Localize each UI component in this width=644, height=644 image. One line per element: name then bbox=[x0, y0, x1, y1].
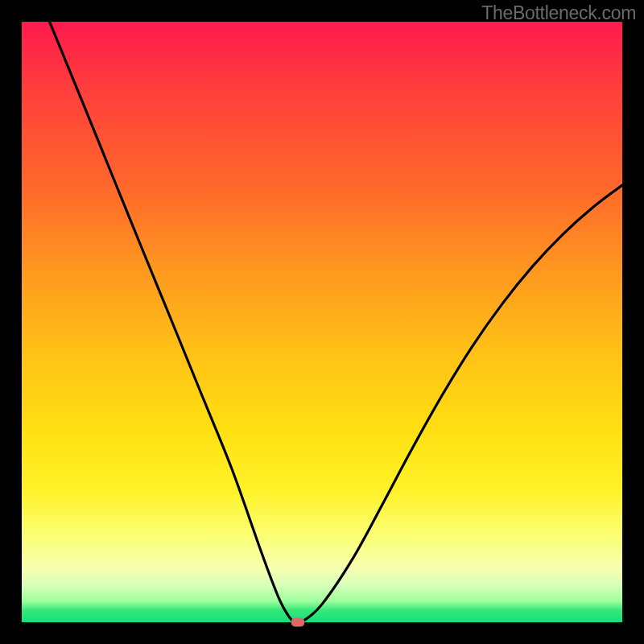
gradient-plot-area bbox=[22, 22, 622, 622]
curve-minimum-marker bbox=[291, 618, 305, 627]
bottleneck-curve bbox=[22, 22, 622, 622]
watermark-text: TheBottleneck.com bbox=[481, 2, 636, 24]
chart-frame: TheBottleneck.com bbox=[0, 0, 644, 644]
